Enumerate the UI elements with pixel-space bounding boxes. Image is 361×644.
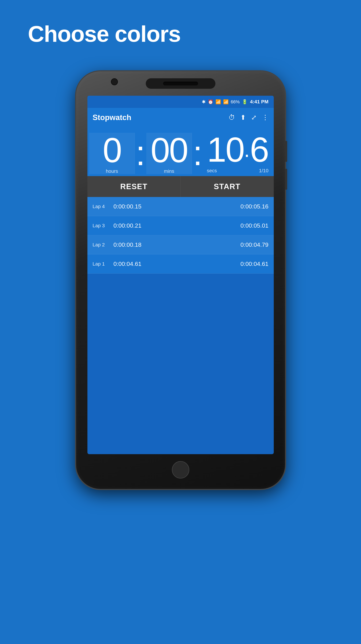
volume-up-button[interactable]: [285, 141, 287, 162]
lap-time-1: 0:00:04.61: [114, 260, 191, 267]
lap-total-4: 0:00:05.16: [191, 203, 268, 210]
timer-seconds-segment: 10 . 6 secs 1/10: [203, 132, 272, 174]
status-time: 4:41 PM: [250, 99, 268, 104]
button-row: RESET START: [87, 176, 274, 197]
battery-level: 66%: [231, 99, 240, 104]
app-title: Stopwatch: [93, 113, 225, 122]
timer-segments: 0 hours : 00 mins : 10 .: [89, 132, 272, 174]
lap-name-1: Lap 1: [93, 261, 114, 267]
status-icons: ✱ ⏰ 📶 📶 66% 🔋: [202, 99, 247, 104]
table-row: Lap 4 0:00:00.15 0:00:05.16: [87, 197, 274, 216]
lap-list: Lap 4 0:00:00.15 0:00:05.16 Lap 3 0:00:0…: [87, 197, 274, 274]
timer-mins-label: mins: [164, 168, 174, 174]
lap-time-3: 0:00:00.21: [114, 222, 191, 229]
timer-hours: 0: [103, 133, 121, 168]
timer-minutes-segment: 00 mins: [146, 133, 192, 174]
battery-icon: 🔋: [242, 99, 247, 104]
home-button[interactable]: [172, 461, 189, 478]
lap-time-2: 0:00:00.18: [114, 241, 191, 248]
more-icon[interactable]: ⋮: [262, 114, 268, 121]
lap-total-2: 0:00:04.79: [191, 241, 268, 248]
table-row: Lap 1 0:00:04.61 0:00:04.61: [87, 254, 274, 274]
lap-name-2: Lap 2: [93, 242, 114, 248]
status-bar: ✱ ⏰ 📶 📶 66% 🔋 4:41 PM: [87, 96, 274, 108]
timer-icon[interactable]: ⏱: [228, 114, 235, 121]
app-bar: Stopwatch ⏱ ⬆ ⤢ ⋮: [87, 108, 274, 127]
timer-dot: .: [244, 132, 250, 160]
signal-icon: 📶: [223, 99, 229, 104]
volume-down-button[interactable]: [285, 169, 287, 190]
alarm-icon: ⏰: [208, 99, 213, 104]
lap-total-3: 0:00:05.01: [191, 222, 268, 229]
start-button[interactable]: START: [181, 176, 274, 197]
timer-fraction-label: 1/10: [259, 168, 268, 174]
timer-colon-2: :: [192, 132, 203, 170]
bluetooth-icon: ✱: [202, 99, 206, 104]
app-bar-icons: ⏱ ⬆ ⤢ ⋮: [228, 114, 268, 121]
timer-seconds: 10: [207, 132, 244, 167]
phone-screen: ✱ ⏰ 📶 📶 66% 🔋 4:41 PM Stopwatch ⏱ ⬆ ⤢ ⋮: [87, 96, 274, 454]
phone-speaker: [163, 82, 198, 86]
table-row: Lap 3 0:00:00.21 0:00:05.01: [87, 216, 274, 235]
lap-total-1: 0:00:04.61: [191, 260, 268, 267]
wifi-icon: 📶: [215, 99, 221, 104]
share-icon[interactable]: ⬆: [240, 114, 246, 121]
timer-minutes: 00: [151, 133, 188, 168]
lap-name-3: Lap 3: [93, 223, 114, 228]
lap-time-4: 0:00:00.15: [114, 203, 191, 210]
timer-colon-1: :: [135, 132, 146, 170]
page-title: Choose colors: [28, 21, 181, 47]
timer-display: 0 hours : 00 mins : 10 .: [87, 127, 274, 176]
phone-mockup: ✱ ⏰ 📶 📶 66% 🔋 4:41 PM Stopwatch ⏱ ⬆ ⤢ ⋮: [76, 71, 285, 489]
lap-name-4: Lap 4: [93, 204, 114, 209]
phone-shell: ✱ ⏰ 📶 📶 66% 🔋 4:41 PM Stopwatch ⏱ ⬆ ⤢ ⋮: [76, 71, 285, 489]
reset-button[interactable]: RESET: [87, 176, 181, 197]
phone-top-bar: [146, 78, 215, 89]
expand-icon[interactable]: ⤢: [251, 114, 257, 121]
timer-hours-label: hours: [106, 168, 118, 174]
table-row: Lap 2 0:00:00.18 0:00:04.79: [87, 235, 274, 254]
timer-hours-segment: 0 hours: [89, 133, 135, 174]
phone-camera: [111, 78, 118, 85]
timer-fraction: 6: [250, 132, 268, 167]
